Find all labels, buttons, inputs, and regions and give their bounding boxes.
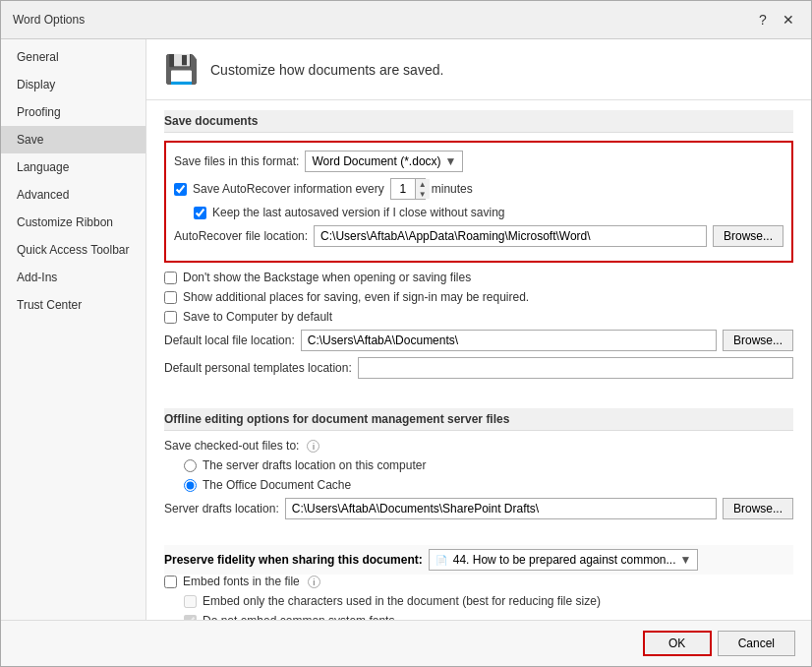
spin-buttons: ▲ ▼ xyxy=(415,179,430,199)
backstage-checkbox[interactable] xyxy=(164,272,177,284)
word-options-dialog: Word Options ? ✕ General Display Proofin… xyxy=(0,0,812,667)
offline-section: Offline editing options for document man… xyxy=(146,398,811,535)
autorecover-location-label: AutoRecover file location: xyxy=(174,229,308,243)
server-drafts-path-input[interactable] xyxy=(285,498,717,519)
header-section: 💾 Customize how documents are saved. xyxy=(146,39,811,100)
dialog-footer: OK Cancel xyxy=(1,620,811,666)
additional-places-label: Show additional places for saving, even … xyxy=(183,290,529,304)
default-local-label: Default local file location: xyxy=(164,334,295,347)
preserve-section: Preserve fidelity when sharing this docu… xyxy=(146,535,811,620)
autorecover-label: Save AutoRecover information every xyxy=(193,182,384,196)
browse-local-button[interactable]: Browse... xyxy=(723,330,793,351)
embed-fonts-row: Embed fonts in the file i xyxy=(164,575,793,588)
autorecover-row: Save AutoRecover information every ▲ ▼ m… xyxy=(174,178,783,200)
embed-chars-label: Embed only the characters used in the do… xyxy=(203,594,601,608)
sidebar-item-trust-center[interactable]: Trust Center xyxy=(1,291,145,319)
preserve-doc-dropdown[interactable]: 📄 44. How to be prepared against common.… xyxy=(429,549,699,571)
server-drafts-radio[interactable] xyxy=(184,459,197,472)
autorecover-highlight-box: Save files in this format: Word Document… xyxy=(164,141,793,263)
title-bar-controls: ? ✕ xyxy=(752,9,799,30)
autorecover-checkbox[interactable] xyxy=(174,183,187,196)
keep-last-checkbox[interactable] xyxy=(194,207,206,219)
main-content: 💾 Customize how documents are saved. Sav… xyxy=(146,39,811,620)
offline-section-title: Offline editing options for document man… xyxy=(164,408,793,431)
sidebar: General Display Proofing Save Language A… xyxy=(1,39,146,620)
checked-out-label: Save checked-out files to: xyxy=(164,439,299,453)
format-dropdown-value: Word Document (*.docx) xyxy=(312,154,440,168)
embed-chars-row: Embed only the characters used in the do… xyxy=(184,594,793,608)
server-drafts-radio-label: The server drafts location on this compu… xyxy=(203,458,426,472)
spin-down-button[interactable]: ▼ xyxy=(416,189,430,199)
sidebar-item-general[interactable]: General xyxy=(1,43,145,71)
checked-out-label-row: Save checked-out files to: i xyxy=(164,439,793,453)
embed-fonts-label: Embed fonts in the file xyxy=(183,575,300,588)
dialog-body: General Display Proofing Save Language A… xyxy=(1,39,811,620)
format-label: Save files in this format: xyxy=(174,154,299,168)
save-computer-label: Save to Computer by default xyxy=(183,310,332,324)
autorecover-location-row: AutoRecover file location: Browse... xyxy=(174,225,783,247)
server-drafts-location-label: Server drafts location: xyxy=(164,502,279,515)
default-templates-row: Default personal templates location: xyxy=(164,357,793,379)
embed-fonts-checkbox[interactable] xyxy=(164,576,177,588)
server-drafts-location-row: Server drafts location: Browse... xyxy=(164,498,793,519)
office-cache-radio[interactable] xyxy=(184,479,197,492)
sidebar-item-advanced[interactable]: Advanced xyxy=(1,181,145,209)
save-computer-row: Save to Computer by default xyxy=(164,310,793,324)
embed-chars-checkbox[interactable] xyxy=(184,595,197,608)
office-cache-radio-row: The Office Document Cache xyxy=(184,478,793,492)
embed-fonts-info-icon: i xyxy=(308,576,320,588)
sidebar-item-save[interactable]: Save xyxy=(1,126,145,153)
backstage-label: Don't show the Backstage when opening or… xyxy=(183,271,471,284)
default-local-row: Default local file location: Browse... xyxy=(164,330,793,351)
save-computer-checkbox[interactable] xyxy=(164,311,177,324)
sidebar-item-display[interactable]: Display xyxy=(1,71,145,98)
sidebar-item-proofing[interactable]: Proofing xyxy=(1,98,145,126)
keep-last-row: Keep the last autosaved version if I clo… xyxy=(194,206,783,219)
keep-last-label: Keep the last autosaved version if I clo… xyxy=(212,206,505,219)
title-bar: Word Options ? ✕ xyxy=(1,1,811,39)
save-documents-title: Save documents xyxy=(164,110,793,133)
ok-button[interactable]: OK xyxy=(643,631,712,656)
preserve-dropdown-arrow-icon: ▼ xyxy=(680,553,692,567)
autorecover-minutes-input[interactable]: ▲ ▼ xyxy=(390,178,426,200)
browse-autorecover-button[interactable]: Browse... xyxy=(713,225,783,247)
dialog-title: Word Options xyxy=(13,13,85,27)
default-local-input[interactable] xyxy=(301,330,717,351)
browse-server-drafts-button[interactable]: Browse... xyxy=(723,498,793,519)
info-icon: i xyxy=(307,440,319,453)
preserve-row: Preserve fidelity when sharing this docu… xyxy=(164,545,793,575)
autorecover-minutes-field[interactable] xyxy=(391,182,415,196)
server-drafts-radio-row: The server drafts location on this compu… xyxy=(184,458,793,472)
help-button[interactable]: ? xyxy=(752,9,774,30)
format-dropdown-arrow-icon: ▼ xyxy=(445,154,457,168)
additional-places-row: Show additional places for saving, even … xyxy=(164,290,793,304)
preserve-label: Preserve fidelity when sharing this docu… xyxy=(164,553,423,567)
backstage-row: Don't show the Backstage when opening or… xyxy=(164,271,793,284)
save-documents-section: Save documents Save files in this format… xyxy=(146,100,811,394)
sidebar-item-language[interactable]: Language xyxy=(1,153,145,181)
additional-places-checkbox[interactable] xyxy=(164,291,177,304)
spin-up-button[interactable]: ▲ xyxy=(416,179,430,189)
minutes-label: minutes xyxy=(432,182,473,196)
default-templates-input[interactable] xyxy=(358,357,793,379)
preserve-doc-value: 44. How to be prepared against common... xyxy=(453,553,676,567)
format-dropdown[interactable]: Word Document (*.docx) ▼ xyxy=(305,151,463,172)
default-templates-label: Default personal templates location: xyxy=(164,361,352,375)
autorecover-path-input[interactable] xyxy=(314,225,707,247)
sidebar-item-add-ins[interactable]: Add-Ins xyxy=(1,264,145,291)
save-icon: 💾 xyxy=(164,53,199,86)
sidebar-item-customize-ribbon[interactable]: Customize Ribbon xyxy=(1,209,145,236)
sidebar-item-quick-access[interactable]: Quick Access Toolbar xyxy=(1,236,145,264)
office-cache-radio-label: The Office Document Cache xyxy=(203,478,351,492)
cancel-button[interactable]: Cancel xyxy=(718,631,795,656)
close-button[interactable]: ✕ xyxy=(778,9,799,30)
format-row: Save files in this format: Word Document… xyxy=(174,151,783,172)
header-text: Customize how documents are saved. xyxy=(210,62,443,78)
